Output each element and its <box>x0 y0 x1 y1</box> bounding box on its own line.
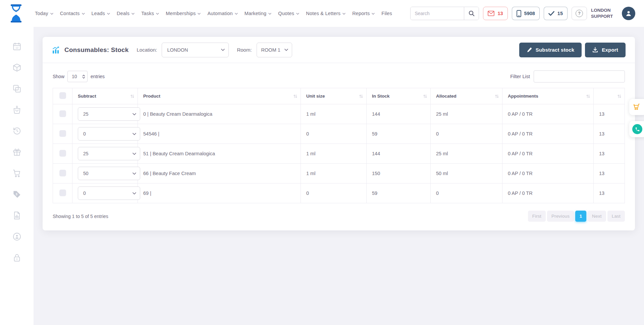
nav-leads[interactable]: Leads <box>92 11 110 16</box>
row-checkbox[interactable] <box>59 170 66 176</box>
sidebar-item-calendar[interactable]: 12 <box>12 42 21 51</box>
phone-widget[interactable] <box>629 121 644 137</box>
nav-contacts-label: Contacts <box>60 11 80 16</box>
extra-cell: 13 <box>594 104 625 124</box>
sidebar-item-security[interactable] <box>12 253 21 262</box>
chevron-down-icon <box>235 13 238 15</box>
col-in-stock-label: In Stock <box>372 94 390 99</box>
nav-tasks-label: Tasks <box>141 11 154 16</box>
pagination-previous[interactable]: Previous <box>547 211 574 222</box>
col-allocated[interactable]: Allocated <box>431 88 502 104</box>
table-row: 25 0 | Beauty Cream Dearmalogica 1 ml 14… <box>53 104 625 124</box>
main-nav: Today Contacts Leads Deals Tasks Members… <box>35 11 392 16</box>
select-all-checkbox[interactable] <box>59 92 66 99</box>
phone-badge[interactable]: 5908 <box>512 7 540 20</box>
chevron-down-icon <box>107 13 110 15</box>
show-label: Show <box>53 74 64 79</box>
filter-input[interactable] <box>534 70 625 83</box>
col-unit-size[interactable]: Unit size <box>301 88 367 104</box>
sidebar-item-orders[interactable] <box>12 105 21 114</box>
pagination-next[interactable]: Next <box>588 211 606 222</box>
nav-memberships[interactable]: Memberships <box>166 11 201 16</box>
unit-size-cell: 1 ml <box>301 144 367 164</box>
history-icon <box>12 126 21 136</box>
product-cell: 54546 | <box>138 124 301 144</box>
avatar[interactable] <box>622 7 635 20</box>
question-icon: ? <box>576 10 583 17</box>
row-checkbox[interactable] <box>59 110 66 117</box>
product-cell: 69 | <box>138 183 301 203</box>
nav-files[interactable]: Files <box>381 11 392 16</box>
sidebar-item-history[interactable] <box>12 126 21 136</box>
unit-size-cell: 0 <box>301 124 367 144</box>
row-checkbox[interactable] <box>59 189 66 196</box>
help-button[interactable]: ? <box>572 7 587 20</box>
search-input[interactable] <box>411 7 464 20</box>
table-controls: Show 10 entries Filter List <box>43 63 635 88</box>
nav-automation[interactable]: Automation <box>207 11 237 16</box>
sidebar-item-copy[interactable] <box>12 84 21 93</box>
sidebar-item-support[interactable] <box>12 232 21 241</box>
envelope-icon <box>488 11 494 16</box>
nav-contacts[interactable]: Contacts <box>60 11 85 16</box>
room-select[interactable]: ROOM 1 <box>257 43 292 57</box>
subtract-select[interactable]: 25 <box>78 107 140 121</box>
sidebar-item-reports[interactable] <box>12 211 21 220</box>
product-cell: 51 | Beauty Cream Dearmalogica <box>138 144 301 164</box>
sort-icon <box>495 94 499 98</box>
subtract-select[interactable]: 50 <box>78 167 140 180</box>
nav-tasks[interactable]: Tasks <box>141 11 159 16</box>
location-select[interactable]: LONDON <box>162 43 229 57</box>
subtract-stock-button[interactable]: Substract stock <box>519 43 582 57</box>
nav-quotes[interactable]: Quotes <box>278 11 299 16</box>
person-icon <box>625 10 632 17</box>
hourglass-logo[interactable] <box>9 4 23 23</box>
col-appointments[interactable]: Appointments <box>502 88 594 104</box>
subtract-select[interactable]: 0 <box>78 186 140 200</box>
allocated-cell: 0 <box>431 183 502 203</box>
tasks-badge[interactable]: 15 <box>544 7 568 20</box>
subtract-select[interactable]: 0 <box>78 127 140 141</box>
pagination: First Previous 1 Next Last <box>528 211 625 222</box>
col-in-stock[interactable]: In Stock <box>367 88 431 104</box>
page-size-control: Show 10 entries <box>53 71 105 82</box>
search-button[interactable] <box>464 7 479 20</box>
card-header: Consumables: Stock Location: LONDON Room… <box>43 37 635 63</box>
gift-icon <box>12 148 21 157</box>
pagination-first[interactable]: First <box>528 211 546 222</box>
col-product[interactable]: Product <box>138 88 301 104</box>
chevron-down-icon <box>268 13 271 15</box>
in-stock-cell: 144 <box>367 144 431 164</box>
nav-marketing[interactable]: Marketing <box>245 11 271 16</box>
nav-deals[interactable]: Deals <box>117 11 135 16</box>
subtract-stock-label: Substract stock <box>536 47 575 53</box>
col-subtract[interactable]: Subtract <box>72 88 138 104</box>
appointments-cell: 0 AP / 0 TR <box>502 104 594 124</box>
messages-badge[interactable]: 13 <box>483 7 507 20</box>
nav-leads-label: Leads <box>92 11 105 16</box>
sidebar-item-pricing[interactable]: $ <box>12 189 21 199</box>
sidebar-item-gift[interactable] <box>12 147 21 157</box>
row-checkbox[interactable] <box>59 150 66 157</box>
pagination-last[interactable]: Last <box>607 211 625 222</box>
row-checkbox[interactable] <box>59 130 66 137</box>
unit-size-cell: 1 ml <box>301 104 367 124</box>
showing-entries-text: Showing 1 to 5 of 5 entries <box>53 214 108 219</box>
chevron-down-icon <box>342 13 345 15</box>
col-extra[interactable] <box>594 88 625 104</box>
nav-reports[interactable]: Reports <box>352 11 375 16</box>
sort-icon <box>617 94 622 98</box>
cart-widget[interactable] <box>629 99 644 115</box>
nav-notes-letters[interactable]: Notes & Letters <box>306 11 345 16</box>
nav-deals-label: Deals <box>117 11 129 16</box>
export-button[interactable]: Export <box>585 43 626 57</box>
sidebar-item-package[interactable] <box>12 63 21 72</box>
page-size-select[interactable]: 10 <box>67 71 88 82</box>
global-search <box>410 7 479 20</box>
nav-today[interactable]: Today <box>35 11 53 16</box>
chevron-down-icon <box>131 13 135 15</box>
pagination-page-1[interactable]: 1 <box>575 211 586 222</box>
nav-today-label: Today <box>35 11 48 16</box>
sidebar-item-cart[interactable] <box>12 168 21 178</box>
subtract-select[interactable]: 25 <box>78 147 140 160</box>
